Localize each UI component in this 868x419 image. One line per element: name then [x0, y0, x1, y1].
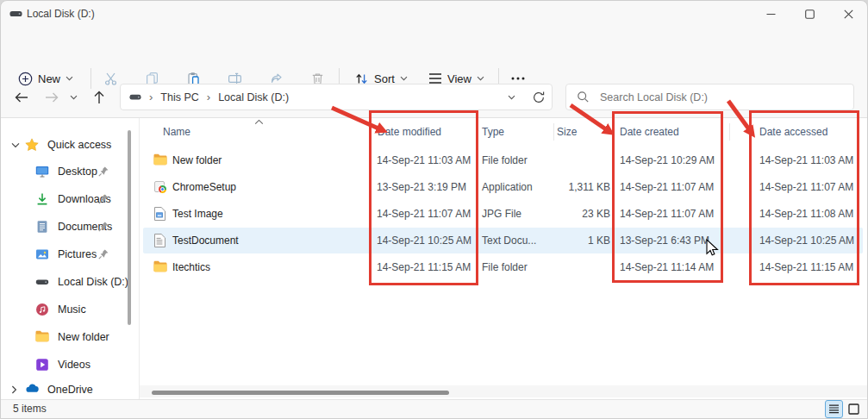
sidebar-item-local-disk-d[interactable]: Local Disk (D:) [1, 269, 137, 295]
forward-button[interactable] [40, 85, 64, 109]
sidebar-item-documents[interactable]: Documents [1, 214, 137, 240]
file-explorer-window: Local Disk (D:) New [0, 0, 868, 419]
breadcrumb-current[interactable]: Local Disk (D:) [218, 91, 289, 103]
breadcrumb-separator: › [207, 91, 210, 103]
file-type: File folder [482, 254, 528, 280]
thumbnail-view-button[interactable] [845, 400, 863, 418]
window-title: Local Disk (D:) [27, 1, 95, 27]
recent-locations-chevron-icon [70, 95, 78, 100]
file-date-accessed: 14-Sep-21 11:07 AM [759, 174, 853, 200]
sidebar-item-videos[interactable]: Videos [1, 352, 137, 378]
file-date-modified: 14-Sep-21 10:25 AM [377, 228, 471, 253]
file-date-created: 14-Sep-21 11:14 AM [620, 254, 714, 280]
desktop-icon [35, 165, 49, 178]
file-name[interactable]: Test Image [172, 201, 223, 227]
file-row[interactable]: Itechtics 14-Sep-21 11:15 AM File folder… [140, 254, 868, 280]
chrome-installer-icon [153, 180, 167, 194]
drive-icon [129, 94, 141, 101]
navigation-bar: › This PC › Local Disk (D:) [1, 73, 868, 118]
folder-icon [35, 330, 49, 344]
file-date-modified: 13-Sep-21 3:19 PM [377, 174, 466, 200]
address-bar[interactable]: › This PC › Local Disk (D:) [120, 84, 553, 110]
recent-locations-button[interactable] [65, 85, 82, 109]
back-button[interactable] [9, 85, 34, 109]
search-icon [577, 91, 590, 103]
pin-icon [97, 221, 109, 233]
file-size: 23 KB [519, 201, 610, 227]
horizontal-scrollbar-thumb[interactable] [152, 391, 449, 395]
content-area: Quick access Desktop Downloads Documents… [1, 118, 868, 399]
file-date-created: 14-Sep-21 10:29 AM [620, 147, 715, 173]
sidebar-item-pictures[interactable]: Pictures [1, 241, 137, 267]
file-date-modified: 14-Sep-21 11:03 AM [377, 147, 471, 173]
column-divider[interactable] [553, 123, 554, 141]
details-view-button[interactable] [825, 400, 843, 418]
column-divider[interactable] [729, 123, 730, 141]
pin-icon [97, 193, 109, 205]
column-header-name[interactable]: Name [163, 120, 190, 144]
file-date-accessed: 14-Sep-21 11:15 AM [759, 254, 853, 280]
file-name[interactable]: Itechtics [172, 254, 210, 280]
refresh-button[interactable] [527, 84, 551, 110]
search-box[interactable] [565, 84, 854, 110]
file-size: 1,311 KB [519, 174, 610, 200]
file-name[interactable]: New folder [172, 147, 222, 173]
item-count: 5 items [13, 400, 47, 418]
sidebar-item-new-folder[interactable]: New folder [1, 324, 137, 350]
file-date-created: 14-Sep-21 11:07 AM [620, 174, 714, 200]
sidebar-item-label: Quick access [47, 139, 111, 151]
sidebar-item-label: Music [58, 303, 86, 316]
file-row-selected[interactable]: TestDocument 14-Sep-21 10:25 AM Text Doc… [140, 228, 868, 253]
breadcrumb-this-pc[interactable]: This PC [160, 91, 198, 103]
image-file-icon [153, 207, 167, 221]
sidebar-item-music[interactable]: Music [1, 297, 137, 322]
sidebar-item-label: Videos [58, 359, 91, 371]
breadcrumb-separator: › [149, 91, 153, 103]
details-view-icon [828, 404, 840, 414]
forward-icon [45, 91, 59, 103]
sidebar-item-label: Pictures [58, 248, 97, 260]
videos-icon [35, 358, 49, 372]
thumbnail-view-icon [848, 403, 859, 415]
title-bar: Local Disk (D:) [1, 1, 868, 27]
close-button[interactable] [830, 1, 866, 27]
sidebar-item-downloads[interactable]: Downloads [1, 186, 137, 212]
sidebar-item-quick-access[interactable]: Quick access [1, 132, 137, 158]
maximize-button[interactable] [791, 1, 827, 27]
disk-icon [35, 275, 49, 289]
column-header-type[interactable]: Type [482, 120, 504, 144]
sidebar-scrollbar[interactable] [128, 130, 131, 325]
search-input[interactable] [598, 91, 822, 104]
maximize-icon [805, 9, 815, 19]
file-row[interactable]: New folder 14-Sep-21 11:03 AM File folde… [140, 147, 868, 173]
onedrive-cloud-icon [25, 383, 39, 397]
address-dropdown-button[interactable] [501, 84, 521, 110]
column-header-size[interactable]: Size [557, 120, 577, 144]
up-button[interactable] [87, 85, 111, 109]
file-date-created: 14-Sep-21 11:07 AM [620, 201, 714, 227]
sidebar-item-desktop[interactable]: Desktop [1, 159, 137, 184]
sidebar-item-onedrive[interactable]: OneDrive [1, 377, 137, 399]
chevron-right-icon [11, 385, 20, 394]
file-type: JPG File [482, 201, 521, 227]
address-chevron-icon [508, 95, 515, 100]
chevron-down-icon [11, 142, 20, 148]
music-icon [35, 303, 49, 316]
back-icon [15, 91, 28, 103]
file-date-created: 13-Sep-21 6:43 PM [620, 228, 709, 253]
file-row[interactable]: Test Image 14-Sep-21 11:07 AM JPG File 2… [140, 201, 868, 227]
downloads-icon [35, 192, 49, 206]
column-header-date-accessed[interactable]: Date accessed [759, 120, 827, 144]
column-header-date-modified[interactable]: Date modified [378, 120, 441, 144]
sidebar-item-label: Local Disk (D:) [58, 276, 128, 288]
file-row[interactable]: ChromeSetup 13-Sep-21 3:19 PM Applicatio… [140, 174, 868, 200]
file-name[interactable]: ChromeSetup [172, 174, 236, 200]
file-name[interactable]: TestDocument [172, 228, 239, 253]
file-date-modified: 14-Sep-21 11:07 AM [377, 201, 471, 227]
folder-icon [153, 260, 167, 274]
minimize-button[interactable] [752, 1, 789, 27]
minimize-icon [766, 9, 776, 19]
drive-icon [9, 10, 22, 18]
file-date-accessed: 14-Sep-21 11:03 AM [759, 147, 853, 173]
column-header-date-created[interactable]: Date created [620, 120, 679, 144]
